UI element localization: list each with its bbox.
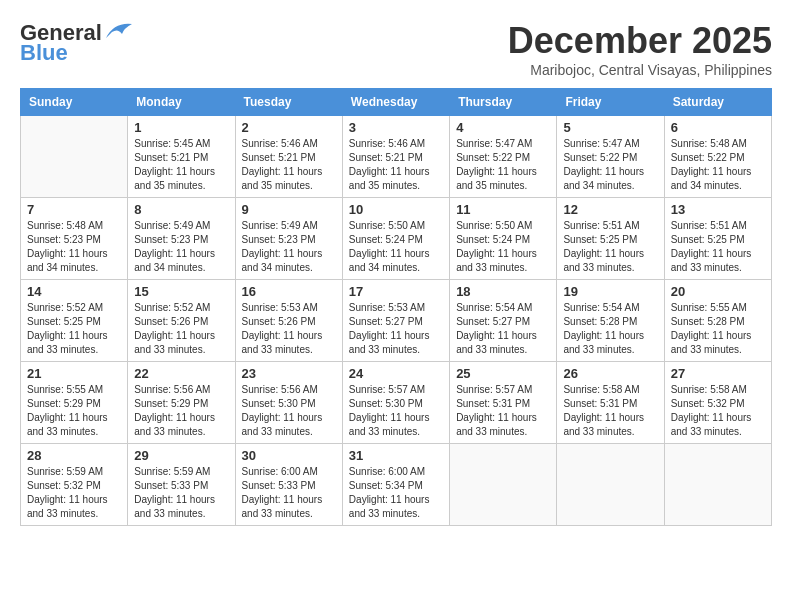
day-info: Sunrise: 5:54 AM Sunset: 5:28 PM Dayligh… xyxy=(563,301,657,357)
calendar-header-row: SundayMondayTuesdayWednesdayThursdayFrid… xyxy=(21,89,772,116)
calendar-cell: 17Sunrise: 5:53 AM Sunset: 5:27 PM Dayli… xyxy=(342,280,449,362)
day-number: 2 xyxy=(242,120,336,135)
day-info: Sunrise: 5:55 AM Sunset: 5:28 PM Dayligh… xyxy=(671,301,765,357)
weekday-header: Thursday xyxy=(450,89,557,116)
title-section: December 2025 Maribojoc, Central Visayas… xyxy=(508,20,772,78)
day-info: Sunrise: 5:57 AM Sunset: 5:31 PM Dayligh… xyxy=(456,383,550,439)
day-info: Sunrise: 5:46 AM Sunset: 5:21 PM Dayligh… xyxy=(349,137,443,193)
day-number: 31 xyxy=(349,448,443,463)
day-number: 15 xyxy=(134,284,228,299)
month-title: December 2025 xyxy=(508,20,772,62)
day-info: Sunrise: 6:00 AM Sunset: 5:33 PM Dayligh… xyxy=(242,465,336,521)
calendar-cell: 27Sunrise: 5:58 AM Sunset: 5:32 PM Dayli… xyxy=(664,362,771,444)
calendar-cell: 30Sunrise: 6:00 AM Sunset: 5:33 PM Dayli… xyxy=(235,444,342,526)
day-number: 26 xyxy=(563,366,657,381)
day-info: Sunrise: 5:53 AM Sunset: 5:27 PM Dayligh… xyxy=(349,301,443,357)
day-info: Sunrise: 5:59 AM Sunset: 5:32 PM Dayligh… xyxy=(27,465,121,521)
calendar-week-row: 1Sunrise: 5:45 AM Sunset: 5:21 PM Daylig… xyxy=(21,116,772,198)
calendar-cell: 14Sunrise: 5:52 AM Sunset: 5:25 PM Dayli… xyxy=(21,280,128,362)
weekday-header: Saturday xyxy=(664,89,771,116)
day-info: Sunrise: 5:53 AM Sunset: 5:26 PM Dayligh… xyxy=(242,301,336,357)
calendar-week-row: 21Sunrise: 5:55 AM Sunset: 5:29 PM Dayli… xyxy=(21,362,772,444)
calendar-cell xyxy=(450,444,557,526)
calendar-cell: 24Sunrise: 5:57 AM Sunset: 5:30 PM Dayli… xyxy=(342,362,449,444)
calendar-cell: 19Sunrise: 5:54 AM Sunset: 5:28 PM Dayli… xyxy=(557,280,664,362)
day-info: Sunrise: 5:48 AM Sunset: 5:23 PM Dayligh… xyxy=(27,219,121,275)
day-number: 14 xyxy=(27,284,121,299)
calendar-cell: 11Sunrise: 5:50 AM Sunset: 5:24 PM Dayli… xyxy=(450,198,557,280)
day-number: 18 xyxy=(456,284,550,299)
calendar-week-row: 28Sunrise: 5:59 AM Sunset: 5:32 PM Dayli… xyxy=(21,444,772,526)
calendar-cell: 1Sunrise: 5:45 AM Sunset: 5:21 PM Daylig… xyxy=(128,116,235,198)
day-info: Sunrise: 5:56 AM Sunset: 5:30 PM Dayligh… xyxy=(242,383,336,439)
day-number: 17 xyxy=(349,284,443,299)
calendar-cell: 22Sunrise: 5:56 AM Sunset: 5:29 PM Dayli… xyxy=(128,362,235,444)
calendar-cell: 7Sunrise: 5:48 AM Sunset: 5:23 PM Daylig… xyxy=(21,198,128,280)
calendar-week-row: 7Sunrise: 5:48 AM Sunset: 5:23 PM Daylig… xyxy=(21,198,772,280)
day-number: 25 xyxy=(456,366,550,381)
calendar-week-row: 14Sunrise: 5:52 AM Sunset: 5:25 PM Dayli… xyxy=(21,280,772,362)
calendar-cell: 16Sunrise: 5:53 AM Sunset: 5:26 PM Dayli… xyxy=(235,280,342,362)
day-info: Sunrise: 5:58 AM Sunset: 5:31 PM Dayligh… xyxy=(563,383,657,439)
calendar-table: SundayMondayTuesdayWednesdayThursdayFrid… xyxy=(20,88,772,526)
calendar-cell: 28Sunrise: 5:59 AM Sunset: 5:32 PM Dayli… xyxy=(21,444,128,526)
day-info: Sunrise: 5:50 AM Sunset: 5:24 PM Dayligh… xyxy=(349,219,443,275)
logo-blue-text: Blue xyxy=(20,40,68,66)
day-number: 30 xyxy=(242,448,336,463)
calendar-cell: 25Sunrise: 5:57 AM Sunset: 5:31 PM Dayli… xyxy=(450,362,557,444)
day-info: Sunrise: 5:56 AM Sunset: 5:29 PM Dayligh… xyxy=(134,383,228,439)
day-info: Sunrise: 5:58 AM Sunset: 5:32 PM Dayligh… xyxy=(671,383,765,439)
day-info: Sunrise: 5:47 AM Sunset: 5:22 PM Dayligh… xyxy=(563,137,657,193)
calendar-cell: 9Sunrise: 5:49 AM Sunset: 5:23 PM Daylig… xyxy=(235,198,342,280)
day-info: Sunrise: 5:54 AM Sunset: 5:27 PM Dayligh… xyxy=(456,301,550,357)
day-info: Sunrise: 6:00 AM Sunset: 5:34 PM Dayligh… xyxy=(349,465,443,521)
day-number: 10 xyxy=(349,202,443,217)
day-info: Sunrise: 5:46 AM Sunset: 5:21 PM Dayligh… xyxy=(242,137,336,193)
day-info: Sunrise: 5:45 AM Sunset: 5:21 PM Dayligh… xyxy=(134,137,228,193)
calendar-cell: 3Sunrise: 5:46 AM Sunset: 5:21 PM Daylig… xyxy=(342,116,449,198)
day-number: 4 xyxy=(456,120,550,135)
logo: General Blue xyxy=(20,20,134,66)
weekday-header: Sunday xyxy=(21,89,128,116)
calendar-cell xyxy=(664,444,771,526)
day-number: 5 xyxy=(563,120,657,135)
calendar-cell: 6Sunrise: 5:48 AM Sunset: 5:22 PM Daylig… xyxy=(664,116,771,198)
page-header: General Blue December 2025 Maribojoc, Ce… xyxy=(20,20,772,78)
calendar-cell xyxy=(557,444,664,526)
weekday-header: Tuesday xyxy=(235,89,342,116)
calendar-cell: 26Sunrise: 5:58 AM Sunset: 5:31 PM Dayli… xyxy=(557,362,664,444)
day-number: 3 xyxy=(349,120,443,135)
day-info: Sunrise: 5:51 AM Sunset: 5:25 PM Dayligh… xyxy=(563,219,657,275)
day-info: Sunrise: 5:47 AM Sunset: 5:22 PM Dayligh… xyxy=(456,137,550,193)
calendar-cell: 13Sunrise: 5:51 AM Sunset: 5:25 PM Dayli… xyxy=(664,198,771,280)
calendar-cell: 18Sunrise: 5:54 AM Sunset: 5:27 PM Dayli… xyxy=(450,280,557,362)
day-number: 23 xyxy=(242,366,336,381)
day-info: Sunrise: 5:52 AM Sunset: 5:25 PM Dayligh… xyxy=(27,301,121,357)
calendar-cell: 31Sunrise: 6:00 AM Sunset: 5:34 PM Dayli… xyxy=(342,444,449,526)
calendar-cell: 20Sunrise: 5:55 AM Sunset: 5:28 PM Dayli… xyxy=(664,280,771,362)
calendar-cell: 2Sunrise: 5:46 AM Sunset: 5:21 PM Daylig… xyxy=(235,116,342,198)
calendar-cell: 23Sunrise: 5:56 AM Sunset: 5:30 PM Dayli… xyxy=(235,362,342,444)
day-number: 9 xyxy=(242,202,336,217)
calendar-cell: 29Sunrise: 5:59 AM Sunset: 5:33 PM Dayli… xyxy=(128,444,235,526)
day-number: 29 xyxy=(134,448,228,463)
day-number: 28 xyxy=(27,448,121,463)
day-info: Sunrise: 5:48 AM Sunset: 5:22 PM Dayligh… xyxy=(671,137,765,193)
day-info: Sunrise: 5:51 AM Sunset: 5:25 PM Dayligh… xyxy=(671,219,765,275)
day-info: Sunrise: 5:49 AM Sunset: 5:23 PM Dayligh… xyxy=(242,219,336,275)
day-info: Sunrise: 5:50 AM Sunset: 5:24 PM Dayligh… xyxy=(456,219,550,275)
calendar-cell: 21Sunrise: 5:55 AM Sunset: 5:29 PM Dayli… xyxy=(21,362,128,444)
calendar-cell: 10Sunrise: 5:50 AM Sunset: 5:24 PM Dayli… xyxy=(342,198,449,280)
calendar-cell: 5Sunrise: 5:47 AM Sunset: 5:22 PM Daylig… xyxy=(557,116,664,198)
calendar-cell: 4Sunrise: 5:47 AM Sunset: 5:22 PM Daylig… xyxy=(450,116,557,198)
location-subtitle: Maribojoc, Central Visayas, Philippines xyxy=(508,62,772,78)
day-info: Sunrise: 5:52 AM Sunset: 5:26 PM Dayligh… xyxy=(134,301,228,357)
weekday-header: Wednesday xyxy=(342,89,449,116)
calendar-cell xyxy=(21,116,128,198)
logo-bird-icon xyxy=(104,20,134,42)
day-number: 16 xyxy=(242,284,336,299)
day-number: 1 xyxy=(134,120,228,135)
day-number: 19 xyxy=(563,284,657,299)
day-number: 21 xyxy=(27,366,121,381)
day-number: 12 xyxy=(563,202,657,217)
